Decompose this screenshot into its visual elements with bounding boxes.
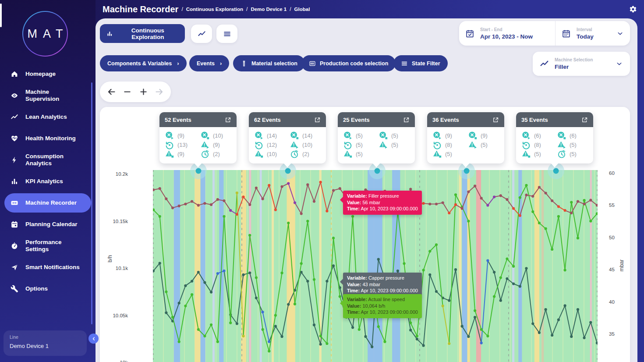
wrench-icon — [11, 285, 18, 293]
event-type-count: (8) — [432, 140, 464, 149]
y-axis-right-tick: 45 — [609, 266, 628, 273]
device-panel[interactable]: Line Demo Device 1 — [4, 330, 87, 356]
y-axis-right-tick: 50 — [609, 234, 628, 241]
machine-selection-select[interactable]: Machine Selection Filler — [533, 52, 630, 76]
breadcrumb-demo-device-1[interactable]: Demo Device 1 — [251, 7, 287, 12]
start-end-picker[interactable]: Start - End Apr 10, 2023 - Now — [459, 21, 556, 46]
y-axis-right-tick: 55 — [609, 201, 628, 209]
event-type-value: (5) — [356, 142, 363, 148]
sidebar-scrollbar[interactable] — [91, 82, 92, 324]
warning-play-icon — [557, 140, 566, 150]
sidebar-item-performance-settings[interactable]: Performance Settings — [4, 236, 91, 256]
filter-chip-events[interactable]: Events › — [189, 55, 229, 71]
cassette-icon — [11, 199, 18, 207]
event-type-count: (5) — [379, 131, 410, 140]
gear-icon[interactable] — [629, 5, 637, 13]
minus-icon — [123, 87, 132, 96]
tooltip-value: Value: 10,064 b/h — [347, 303, 418, 309]
page-scrollbar[interactable] — [0, 4, 2, 27]
event-type-value: (2) — [213, 151, 220, 157]
cancel-square-icon — [379, 131, 388, 141]
event-marker[interactable] — [285, 168, 291, 174]
history-icon — [165, 140, 174, 150]
event-type-count: (9) — [200, 140, 231, 149]
chevron-right-icon: › — [177, 60, 179, 67]
chart-tooltip: Variable: Capper pressureValue: 43 mbarT… — [343, 273, 422, 297]
sidebar-item-machine-recorder[interactable]: Machine Recorder — [4, 193, 91, 213]
y-axis-right-tick: 60 — [609, 169, 628, 177]
pan-button-minus[interactable] — [123, 87, 132, 96]
event-type-value: (14) — [302, 132, 312, 139]
filter-chip-state-filter[interactable]: State Filter — [393, 55, 448, 71]
tooltip-variable: Variable: Filler pressure — [347, 193, 418, 199]
chart-tooltip: Variable: Filler pressureValue: 56 mbarT… — [343, 191, 422, 215]
event-marker[interactable] — [464, 168, 470, 174]
sidebar-item-planning-calendar[interactable]: Planning Calendar — [4, 215, 91, 234]
warning-square-icon — [521, 149, 531, 159]
filter-chip-production-code-selection[interactable]: Production code selection — [301, 55, 396, 71]
continuous-exploration-button[interactable]: Continuous Exploration — [100, 24, 185, 43]
sidebar-item-consumption-analytics[interactable]: Consumption Analytics — [4, 150, 91, 170]
event-type-value: (6) — [534, 132, 541, 139]
event-popover-header: 35 Events — [516, 112, 593, 127]
arrow-right-icon — [155, 87, 164, 96]
event-type-count: (5) — [343, 131, 374, 140]
sidebar-item-machine-supervision[interactable]: Machine Supervision — [4, 86, 91, 105]
filter-chip-components-variables[interactable]: Components & Variables › — [100, 55, 187, 71]
event-type-count: (5) — [343, 149, 374, 159]
event-marker[interactable] — [553, 168, 559, 174]
cancel-square-icon — [290, 131, 299, 141]
event-marker[interactable] — [375, 168, 380, 174]
event-type-value: (5) — [570, 151, 577, 157]
event-type-count: (9) — [165, 149, 196, 159]
sidebar-item-options[interactable]: Options — [4, 279, 91, 298]
history-icon — [254, 140, 264, 150]
home-icon — [11, 70, 18, 78]
sidebar-item-kpi-analytics[interactable]: KPI Analytics — [4, 172, 91, 191]
device-panel-value: Demo Device 1 — [10, 343, 81, 349]
trend-view-button[interactable] — [191, 25, 212, 43]
plus-icon — [139, 87, 148, 96]
event-type-value: (8) — [534, 142, 541, 148]
external-link-icon[interactable] — [581, 117, 588, 123]
list-view-button[interactable] — [216, 25, 237, 43]
event-popover: 36 Events(9)(8)(5)(9)(5) — [427, 112, 504, 163]
event-type-value: (10) — [302, 142, 312, 148]
event-popover-header: 52 Events — [159, 112, 237, 127]
event-marker[interactable] — [196, 168, 202, 174]
breadcrumb-global[interactable]: Global — [294, 7, 310, 12]
pan-button-arrow-left[interactable] — [107, 87, 116, 96]
warning-square-icon — [343, 149, 353, 159]
breadcrumb-continuous-exploration[interactable]: Continuous Exploration — [186, 7, 243, 12]
event-count: 25 Events — [343, 117, 370, 123]
tooltip-variable: Variable: Capper pressure — [347, 275, 418, 281]
menu-icon — [223, 30, 231, 38]
popover-pointer — [462, 163, 470, 167]
external-link-icon[interactable] — [225, 117, 231, 123]
event-count: 35 Events — [521, 117, 548, 123]
calendar-icon — [11, 220, 18, 228]
sidebar-item-health-monitoring[interactable]: Health Monitoring — [4, 129, 91, 148]
sidebar-item-smart-notifications[interactable]: Smart Notifications — [4, 258, 91, 277]
interval-select[interactable]: Interval Today — [556, 21, 630, 46]
sidebar-item-lean-analytics[interactable]: Lean Analytics — [4, 107, 91, 127]
sidebar-item-homepage[interactable]: Homepage — [4, 64, 91, 84]
arrow-left-icon — [107, 87, 116, 96]
pan-button-plus[interactable] — [139, 87, 148, 96]
bar-chart-icon — [11, 177, 18, 185]
external-link-icon[interactable] — [403, 117, 410, 123]
external-link-icon[interactable] — [314, 117, 321, 123]
trend-icon — [198, 30, 206, 38]
event-popover-header: 36 Events — [427, 112, 504, 127]
sidebar-collapse-button[interactable] — [88, 334, 99, 344]
filter-chip-material-selection[interactable]: Material selection — [233, 55, 305, 71]
cancel-play-icon — [254, 131, 264, 141]
y-axis-left-tick: 10.05k — [100, 312, 128, 319]
warning-play-icon — [290, 140, 299, 150]
event-type-value: (5) — [481, 142, 488, 148]
external-link-icon[interactable] — [492, 117, 499, 123]
event-popover: 35 Events(6)(8)(5)(6)(5)(5) — [516, 112, 593, 163]
date-range-card[interactable]: Start - End Apr 10, 2023 - Now Interval … — [459, 21, 630, 46]
timelapse-icon — [200, 149, 210, 159]
event-popover: 52 Events(9)(13)(9)(10)(9)(2) — [159, 112, 237, 163]
